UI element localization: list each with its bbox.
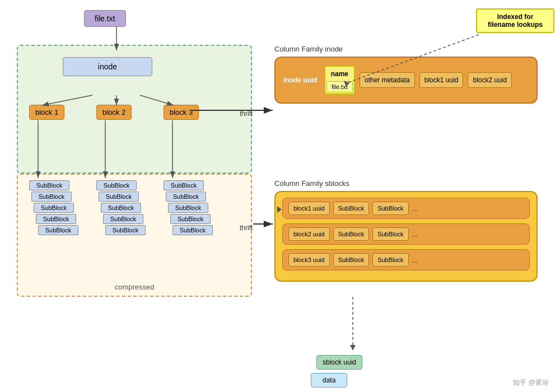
sblock-uuid-label: sblock uuid — [323, 358, 356, 366]
subblock: SubBlock — [29, 180, 69, 190]
compressed-label: compressed — [115, 283, 155, 291]
block2-uuid-row: block2 uuid — [288, 227, 330, 241]
block1-uuid-cell: block1 uuid — [419, 72, 464, 88]
subblock: SubBlock — [96, 180, 137, 190]
sblock-row-1: block1 uuid SubBlock SubBlock ... — [282, 198, 530, 219]
subblock: SubBlock — [168, 203, 208, 213]
cf-inode-container: Column Family inode inode uuid name file… — [274, 45, 538, 104]
green-area: inode block 1 block 2 block 3 — [17, 45, 252, 174]
cf-sblocks-outer: block1 uuid SubBlock SubBlock ... block2… — [274, 191, 538, 282]
thrift-label-2: thrift — [240, 224, 253, 232]
inode-uuid-label: inode uuid — [283, 76, 318, 84]
block1-box: block 1 — [29, 105, 64, 120]
subblock-cell: SubBlock — [372, 202, 408, 215]
file-txt-box: file.txt — [84, 10, 126, 27]
svg-marker-14 — [350, 345, 356, 351]
subblock-cell: SubBlock — [372, 227, 408, 241]
block3-box: block 3 — [164, 105, 199, 120]
subblock: SubBlock — [34, 203, 74, 213]
subblock: SubBlock — [166, 192, 206, 202]
file-txt-label: file.txt — [95, 14, 115, 23]
subblock: SubBlock — [36, 214, 76, 224]
subblock-cell: SubBlock — [333, 227, 369, 241]
subblock: SubBlock — [164, 180, 204, 190]
dots: ... — [412, 256, 418, 264]
subblock: SubBlock — [172, 225, 213, 235]
thrift-label-1: thrift — [240, 110, 253, 118]
file-txt-inner: file.txt — [326, 81, 353, 92]
dots: ... — [412, 230, 418, 239]
cf-inode-box: inode uuid name file.txt other metadata … — [274, 57, 538, 104]
block3-label: block 3 — [170, 108, 193, 116]
sblock-row-2: block2 uuid SubBlock SubBlock ... — [282, 223, 530, 245]
subblock: SubBlock — [38, 225, 78, 235]
subblock: SubBlock — [103, 214, 143, 224]
block2-box: block 2 — [96, 105, 132, 120]
block1-uuid-row: block1 uuid — [288, 202, 330, 215]
block2-uuid-cell: block2 uuid — [468, 72, 512, 88]
cf-inode-label: Column Family inode — [274, 45, 538, 53]
subblock: SubBlock — [105, 225, 146, 235]
name-inner-label: name — [326, 68, 353, 80]
name-cell: name file.txt — [324, 66, 355, 95]
subblock-cell: SubBlock — [333, 253, 369, 267]
sblock-data-bottom: data — [311, 373, 347, 388]
dots: ... — [412, 204, 418, 213]
subblock-cell: SubBlock — [372, 253, 408, 267]
diagram: file.txt Indexed for filename lookups in… — [0, 0, 560, 392]
subblock: SubBlock — [31, 192, 72, 202]
inode-box: inode — [63, 57, 152, 76]
subblock: SubBlock — [170, 214, 211, 224]
inode-label: inode — [98, 62, 117, 71]
indexed-box: Indexed for filename lookups — [476, 8, 554, 33]
subblock: SubBlock — [101, 203, 141, 213]
sblock-uuid-bottom: sblock uuid — [316, 355, 362, 370]
block3-uuid-row: block3 uuid — [288, 253, 330, 267]
compressed-area: SubBlock SubBlock SubBlock SubBlock SubB… — [17, 174, 252, 297]
subblock: SubBlock — [99, 192, 139, 202]
data-label: data — [323, 376, 335, 384]
cf-sblocks-label: Column Family sblocks — [274, 179, 538, 188]
block1-uuid-label: block1 uuid — [424, 76, 459, 84]
cf-sblocks-container: Column Family sblocks block1 uuid SubBlo… — [274, 179, 538, 282]
block1-label: block 1 — [35, 108, 58, 116]
sblock-row-3: block3 uuid SubBlock SubBlock ... — [282, 249, 530, 270]
watermark: 知乎 @黄浴 — [513, 378, 549, 388]
indexed-label: Indexed for filename lookups — [488, 13, 543, 29]
other-metadata-label: other metadata — [365, 76, 410, 84]
block2-uuid-label: block2 uuid — [473, 76, 507, 84]
block2-label: block 2 — [102, 108, 125, 116]
subblock-cell: SubBlock — [333, 202, 369, 215]
other-metadata-cell: other metadata — [360, 72, 415, 88]
